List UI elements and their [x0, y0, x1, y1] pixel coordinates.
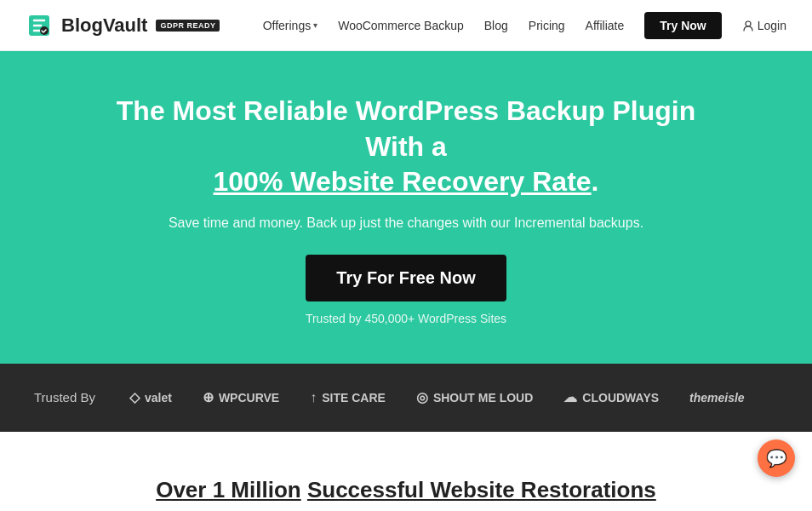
try-now-button[interactable]: Try Now: [644, 12, 721, 39]
brand-themeisle: themeisle: [689, 391, 745, 405]
try-free-button[interactable]: Try For Free Now: [306, 255, 506, 301]
sitecare-label: SITE CARE: [322, 391, 386, 405]
trusted-count: Trusted by 450,000+ WordPress Sites: [26, 312, 786, 325]
navbar: BlogVault GDPR READY Offerings ▾ WooComm…: [0, 0, 812, 51]
restoration-section: Over 1 Million Successful Website Restor…: [0, 432, 812, 511]
trusted-by-label: Trusted By: [34, 390, 95, 405]
chat-icon: 💬: [766, 448, 787, 468]
brand-sitecare: ↑ SITE CARE: [310, 390, 386, 405]
wpcurve-label: WPCURVE: [219, 391, 279, 405]
chat-bubble[interactable]: 💬: [758, 439, 795, 477]
nav-pricing[interactable]: Pricing: [529, 19, 565, 32]
hero-section: The Most Reliable WordPress Backup Plugi…: [0, 51, 812, 364]
nav-affiliate[interactable]: Affiliate: [586, 19, 625, 32]
restoration-title: Over 1 Million Successful Website Restor…: [26, 474, 786, 511]
hero-subtitle: Save time and money. Back up just the ch…: [26, 215, 786, 231]
user-icon: [742, 20, 754, 32]
offerings-dropdown-arrow: ▾: [313, 20, 317, 30]
wpcurve-icon: ⊕: [203, 389, 214, 405]
navbar-left: BlogVault GDPR READY: [26, 12, 220, 39]
brand-shoutmeloud: ◎ SHOUT ME LOUD: [416, 389, 533, 405]
nav-blog[interactable]: Blog: [484, 19, 508, 32]
valet-label: valet: [145, 391, 172, 405]
brand-wpcurve: ⊕ WPCURVE: [203, 389, 279, 405]
valet-icon: ◇: [129, 389, 140, 405]
hero-title: The Most Reliable WordPress Backup Plugi…: [108, 94, 704, 200]
gdpr-badge: GDPR READY: [156, 20, 220, 32]
restoration-underline: Successful Website Restorations: [307, 477, 656, 502]
trusted-strip: Trusted By ◇ valet ⊕ WPCURVE ↑ SITE CARE…: [0, 364, 812, 432]
nav-woocommerce[interactable]: WooCommerce Backup: [338, 19, 464, 32]
trusted-logos: ◇ valet ⊕ WPCURVE ↑ SITE CARE ◎ SHOUT ME…: [129, 389, 778, 405]
login-link[interactable]: Login: [742, 19, 786, 32]
nav-offerings[interactable]: Offerings ▾: [263, 19, 318, 32]
brand-valet: ◇ valet: [129, 389, 172, 405]
shoutmeloud-icon: ◎: [416, 389, 428, 405]
navbar-right: Offerings ▾ WooCommerce Backup Blog Pric…: [263, 12, 786, 39]
cloudways-label: CLOUDWAYS: [582, 391, 659, 405]
shoutmeloud-label: SHOUT ME LOUD: [433, 391, 533, 405]
sitecare-icon: ↑: [310, 390, 317, 405]
svg-point-2: [746, 21, 751, 26]
brand-cloudways: ☁ CLOUDWAYS: [563, 389, 659, 405]
blogvault-logo-icon: [26, 12, 53, 39]
themeisle-label: themeisle: [689, 391, 745, 405]
logo-text: BlogVault: [61, 14, 147, 37]
cloudways-icon: ☁: [563, 389, 577, 405]
